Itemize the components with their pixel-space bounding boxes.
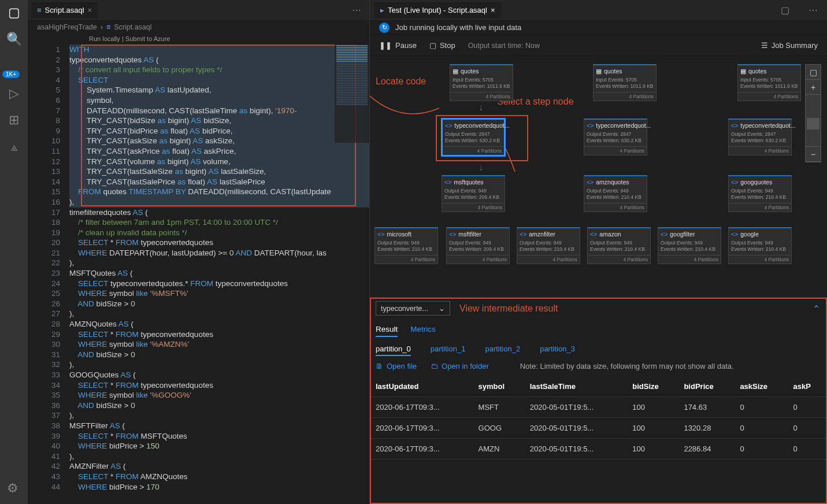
code-line[interactable]: TRY_CAST(askSize as bigint) AS askSize, (69, 136, 369, 146)
code-line[interactable]: WITH (69, 45, 369, 55)
node-googfilter[interactable]: <>googfilter Output Events: 949Events Wr… (658, 227, 721, 264)
code-line[interactable]: MSFTQuotes AS ( (69, 268, 369, 279)
code-line[interactable]: DATEADD(millisecond, CAST(lastSaleTime a… (69, 106, 369, 116)
node-microsoft[interactable]: <>microsoft Output Events: 949Events Wri… (374, 227, 438, 264)
node-amazon[interactable]: <>amazon Output Events: 949Events Writte… (587, 227, 651, 264)
explorer-icon[interactable]: ▢ (6, 5, 22, 21)
code-line[interactable]: timefilteredquotes AS ( (69, 207, 369, 218)
node-googquotes[interactable]: <>googquotes Output Events: 949Events Wr… (728, 175, 792, 212)
tab-actions[interactable]: ▢ ⋯ (781, 5, 822, 16)
tab-actions[interactable]: ⋯ (352, 5, 366, 16)
code-line[interactable]: TRY_CAST(bidSize as bigint) AS bidSize, (69, 116, 369, 126)
run-locally-link[interactable]: Run locally (89, 35, 120, 42)
node-quotes-2[interactable]: ▦quotes Input Events: 5705Events Written… (593, 64, 657, 101)
node-msftfilter[interactable]: <>msftfilter Output Events: 949Events Wr… (446, 227, 510, 264)
code-line[interactable]: SELECT * FROM typeconvertedquotes (69, 329, 369, 340)
col-header[interactable]: bidPrice (678, 376, 734, 397)
code-line[interactable]: typeconvertedquotes AS ( (69, 55, 369, 65)
code-line[interactable]: AMZNQuotes AS ( (69, 319, 369, 329)
diagram-canvas[interactable]: Locate code Select a step node ▦quotes I… (370, 56, 827, 297)
partition-tab[interactable]: partition_3 (540, 343, 575, 356)
code-line[interactable]: FROM quotes TIMESTAMP BY DATEADD(millise… (69, 187, 369, 197)
code-line[interactable]: ), (69, 410, 369, 421)
code-line[interactable]: WHERE DATEPART(hour, lastUpdated) >= 0 A… (69, 248, 369, 258)
col-header[interactable]: symbol (473, 376, 524, 397)
table-row[interactable]: 2020-06-17T09:3...MSFT2020-05-01T19:5...… (370, 397, 827, 418)
code-line[interactable]: WHERE symbol like '%MSFT%' (69, 288, 369, 299)
code-line[interactable]: /* clean up invalid data points */ (69, 228, 369, 238)
node-msftquotes[interactable]: <>msftquotes Output Events: 949Events Wr… (442, 175, 505, 212)
code-line[interactable]: TRY_CAST(bidPrice as float) AS bidPrice, (69, 126, 369, 136)
code-line[interactable]: ), (69, 451, 369, 462)
code-line[interactable]: ), (69, 197, 369, 207)
partition-tab[interactable]: partition_1 (431, 343, 466, 356)
table-row[interactable]: 2020-06-17T09:3...GOOG2020-05-01T19:5...… (370, 418, 827, 439)
node-typecv-3[interactable]: <>typeconvertedquot... Output Events: 28… (728, 118, 792, 155)
azure-icon[interactable]: ⟁ (6, 139, 22, 155)
code-line[interactable]: ), (69, 360, 369, 370)
code-line[interactable]: /* filter between 7am and 1pm PST, 14:00… (69, 217, 369, 228)
node-typecv-2[interactable]: <>typeconvertedquot... Output Events: 28… (584, 118, 647, 155)
step-dropdown[interactable]: typeconverte... ⌄ (376, 301, 450, 316)
code-line[interactable]: ), (69, 258, 369, 268)
pause-button[interactable]: ❚❚Pause (379, 41, 417, 50)
tab-metrics[interactable]: Metrics (410, 323, 436, 337)
zoom-out-button[interactable]: − (806, 147, 821, 162)
code-line[interactable]: symbol, (69, 95, 369, 106)
node-amznfilter[interactable]: <>amznfilter Output Events: 949Events Wr… (517, 227, 580, 264)
code-line[interactable]: AND bidSize > 0 (69, 350, 369, 360)
code-line[interactable]: SELECT * FROM typeconvertedquotes (69, 380, 369, 391)
code-line[interactable]: WHERE symbol like '%AMZN%' (69, 339, 369, 350)
code-line[interactable]: WHERE bidPrice > 150 (69, 441, 369, 451)
code-line[interactable]: WHERE symbol like '%GOOG%' (69, 390, 369, 401)
partition-tab[interactable]: partition_0 (376, 343, 411, 356)
code-line[interactable]: SELECT * FROM typeconvertedquotes (69, 238, 369, 248)
minimap[interactable] (335, 45, 369, 143)
extensions-icon[interactable]: ⊞ (6, 112, 22, 128)
settings-icon[interactable]: ⚙ (7, 481, 18, 496)
close-icon[interactable]: × (88, 6, 92, 14)
col-header[interactable]: askSize (734, 376, 787, 397)
code-line[interactable]: SELECT * FROM MSFTQuotes (69, 431, 369, 442)
zoom-fit-button[interactable]: ▢ (806, 65, 821, 80)
tab-result[interactable]: Result (376, 323, 398, 337)
node-typeconverted[interactable]: <>typeconvertedquot... Output Events: 28… (442, 118, 505, 156)
table-row[interactable]: 2020-06-17T09:3...AMZN2020-05-01T19:5...… (370, 439, 827, 459)
tab-script[interactable]: ≡ Script.asaql × (31, 2, 98, 18)
col-header[interactable]: askP (787, 376, 827, 397)
code-line[interactable]: TRY_CAST(volume as bigint) AS volume, (69, 157, 369, 167)
code-line[interactable]: TRY_CAST(lastSaleSize as bigint) AS last… (69, 166, 369, 177)
code-editor[interactable]: 1234567891011121314151617181920212223242… (28, 45, 369, 504)
col-header[interactable]: lastUpdated (370, 376, 473, 397)
node-quotes-3[interactable]: ▦quotes Input Events: 5705Events Written… (737, 64, 801, 101)
code-line[interactable]: WHERE bidPrice > 170 (69, 482, 369, 492)
search-icon[interactable]: 🔍 (6, 31, 22, 47)
close-icon[interactable]: × (491, 6, 495, 14)
code-line[interactable]: SELECT typeconvertedquotes.* FROM typeco… (69, 279, 369, 289)
node-google[interactable]: <>google Output Events: 949Events Writte… (728, 227, 792, 264)
open-file-button[interactable]: 🗎Open file (376, 362, 417, 370)
submit-azure-link[interactable]: Submit to Azure (125, 35, 170, 42)
code-line[interactable]: GOOGQuotes AS ( (69, 370, 369, 380)
code-line[interactable]: TRY_CAST(lastSalePrice as float) AS last… (69, 177, 369, 187)
collapse-icon[interactable]: ⌃ (813, 303, 820, 314)
code-line[interactable]: SELECT (69, 75, 369, 86)
code-line[interactable]: AND bidSize > 0 (69, 401, 369, 411)
zoom-slider[interactable] (806, 95, 821, 147)
partition-tab[interactable]: partition_2 (485, 343, 520, 356)
code-line[interactable]: System.Timestamp AS lastUpdated, (69, 85, 369, 95)
code-line[interactable]: /* convert all input fields to proper ty… (69, 65, 369, 75)
code-line[interactable]: AND bidSize > 0 (69, 299, 369, 309)
code-line[interactable]: ), (69, 309, 369, 319)
code-line[interactable]: SELECT * FROM AMZNQuotes (69, 472, 369, 482)
open-folder-button[interactable]: 🗀Open in folder (431, 362, 489, 370)
node-amznquotes[interactable]: <>amznquotes Output Events: 949Events Wr… (584, 175, 647, 212)
code-line[interactable]: TRY_CAST(askPrice as float) AS askPrice, (69, 146, 369, 157)
debug-icon[interactable]: ▷ (6, 86, 22, 102)
tab-test[interactable]: ▸ Test (Live Input) - Script.asaql × (374, 2, 501, 18)
breadcrumb[interactable]: asaHighFreqTrade › ≡ Script.asaql (28, 20, 369, 34)
col-header[interactable]: lastSaleTime (524, 376, 627, 397)
zoom-in-button[interactable]: + (806, 80, 821, 95)
job-summary-button[interactable]: ☰ Job Summary (761, 41, 818, 50)
code-line[interactable]: MSFTFilter AS ( (69, 421, 369, 431)
